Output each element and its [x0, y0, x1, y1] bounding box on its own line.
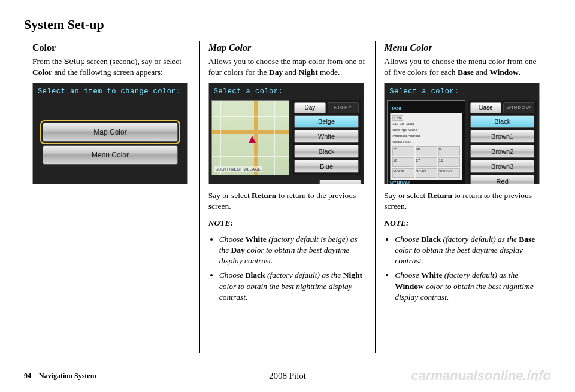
col2-notes: Choose White (factory default is beige) … [208, 234, 367, 303]
return-button[interactable]: Return [319, 180, 361, 184]
t: 113-08 Radio [392, 121, 414, 126]
col1-intro-pre: From the [32, 57, 64, 66]
map-area-label: SOUTHWEST VILLAGE [214, 166, 262, 172]
tab-day[interactable]: Day [294, 102, 325, 113]
t: Paranoid Android [392, 133, 420, 138]
tab-window[interactable]: WINDOW [503, 102, 534, 113]
map-street [220, 101, 221, 175]
col3-ret-word: Return [428, 191, 452, 200]
vehicle-icon [249, 136, 256, 143]
col2-note-label: NOTE: [208, 218, 367, 229]
col3-intro: Allows you to choose the menu color from… [384, 56, 543, 78]
audio-row: Paranoid Android [392, 133, 460, 139]
t: 11 [438, 157, 460, 167]
col2-ret-a: Say or select [208, 191, 252, 200]
audio-window: FM1 113-08 Radio New Age Music Paranoid … [390, 113, 462, 180]
color-option-brown1[interactable]: Brown1 [470, 130, 534, 143]
t: Choose [219, 235, 246, 244]
col3-ret-a: Say or select [384, 191, 427, 200]
fig1-body: Map Color Menu Color [33, 105, 187, 184]
fig2-body: SOUTHWEST VILLAGE Day NIGHT Beige White … [209, 100, 364, 178]
t: Radio Head [392, 139, 411, 144]
tab-night[interactable]: NIGHT [328, 102, 359, 113]
fig1-header: Select an item to change color: [33, 83, 187, 100]
figure-select-item: Select an item to change color: Map Colo… [32, 83, 188, 184]
col1-intro-mid: screen (second), say or select [85, 57, 181, 66]
page-number: 94 [24, 372, 31, 380]
col1-intro-post: and the following screen appears: [52, 68, 163, 77]
col2-return-text: Say or select Return to return to the pr… [208, 190, 367, 212]
map-color-panel: Day NIGHT Beige White Black Blue [292, 100, 361, 175]
t: White [246, 235, 267, 244]
col3-intro-c: . [519, 68, 520, 77]
col2-ret-word: Return [252, 191, 276, 200]
color-option-beige[interactable]: Beige [294, 115, 358, 128]
col1-intro: From the Setup screen (second), say or s… [32, 56, 191, 78]
col3-intro-b: and [474, 68, 489, 77]
t: Black [246, 271, 265, 279]
day-night-tabs: Day NIGHT [294, 102, 358, 113]
title-rule [24, 35, 551, 35]
t: Window [395, 282, 424, 291]
t: Base [519, 235, 535, 244]
t: MODE [392, 168, 414, 178]
column-2: Map Color Allows you to choose the map c… [199, 41, 376, 353]
color-option-red[interactable]: Red [470, 175, 534, 184]
tab-base[interactable]: Base [470, 102, 501, 113]
t: Choose [395, 271, 421, 279]
col3-note-label: NOTE: [384, 218, 543, 229]
audio-row: 113-08 Radio [392, 121, 460, 127]
map-street [274, 101, 275, 175]
col3-notes: Choose Black (factory default) as the Ba… [384, 234, 543, 303]
map-preview: SOUTHWEST VILLAGE [211, 100, 290, 175]
t: SCAN [416, 168, 437, 178]
t: 27 [416, 157, 437, 167]
t: 10 [392, 157, 414, 167]
col1-setup-word: Setup [64, 57, 85, 66]
footer-left: 94 Navigation System [24, 372, 96, 381]
figure-menu-color: Select a color: BASE WINDOW FM1 113-08 R… [384, 83, 540, 184]
color-option-black[interactable]: Black [470, 115, 534, 128]
base-window-tabs: Base WINDOW [470, 102, 534, 113]
audio-row: New Age Music [392, 127, 460, 133]
map-street [212, 156, 289, 157]
t: 75 [392, 146, 414, 156]
col2-note-2: Choose Black (factory default) as the Ni… [219, 270, 367, 303]
column-1: Color From the Setup screen (second), sa… [24, 41, 199, 353]
window-label: WINDOW [390, 180, 409, 184]
t: 8 [438, 146, 460, 156]
t: Black [421, 235, 441, 244]
col2-intro-b: and [283, 68, 298, 77]
menu-color-button[interactable]: Menu Color [43, 145, 178, 165]
t: FM1 [392, 115, 403, 121]
map-street [212, 116, 289, 117]
t: New Age Music [392, 127, 417, 132]
t: White [421, 271, 442, 279]
footer-section: Navigation System [39, 372, 96, 380]
footer: 94 Navigation System 2008 Pilot carmanua… [24, 368, 551, 384]
columns: Color From the Setup screen (second), sa… [24, 41, 551, 353]
col3-heading: Menu Color [384, 41, 543, 54]
fig2-return-row: Return [209, 178, 364, 184]
audio-presets: 10 27 11 [392, 157, 460, 167]
t: 90 [416, 146, 437, 156]
color-option-black[interactable]: Black [294, 145, 358, 158]
col3-note-1: Choose Black (factory default) as the Ba… [395, 234, 543, 267]
map-road-h [212, 130, 289, 134]
color-option-brown3[interactable]: Brown3 [470, 160, 534, 173]
t: Choose [395, 235, 421, 244]
t: color to obtain the best nighttime displ… [219, 282, 352, 302]
audio-footer: MODE SCAN SOUND [392, 168, 460, 178]
t: Choose [219, 271, 246, 279]
col2-day: Day [269, 68, 283, 77]
color-option-brown2[interactable]: Brown2 [470, 145, 534, 158]
t: color to obtain the best daytime display… [395, 245, 523, 265]
t: Night [343, 271, 362, 279]
color-option-blue[interactable]: Blue [294, 160, 358, 173]
t: (factory default) as the [265, 271, 343, 279]
fig2-header: Select a color: [209, 83, 364, 100]
map-color-button[interactable]: Map Color [43, 123, 178, 142]
t: (factory default) as the [442, 271, 518, 279]
col3-note-2: Choose White (factory default) as the Wi… [395, 270, 543, 303]
color-option-white[interactable]: White [294, 130, 358, 143]
